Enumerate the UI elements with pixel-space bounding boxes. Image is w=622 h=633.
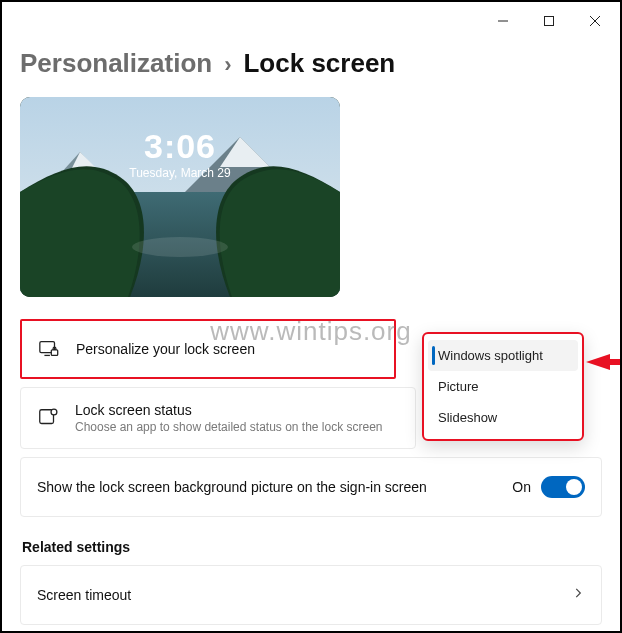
- signin-title: Show the lock screen background picture …: [37, 479, 427, 495]
- preview-time: 3:06: [20, 127, 340, 166]
- lockscreen-preview: 3:06 Tuesday, March 29: [20, 97, 340, 297]
- svg-marker-16: [586, 354, 622, 370]
- svg-rect-13: [51, 350, 57, 356]
- svg-point-10: [132, 237, 228, 257]
- status-title: Lock screen status: [75, 402, 383, 418]
- screen-timeout-row[interactable]: Screen timeout: [20, 565, 602, 625]
- status-subtitle: Choose an app to show detailed status on…: [75, 420, 383, 434]
- chevron-right-icon: [571, 586, 585, 604]
- signin-background-row: Show the lock screen background picture …: [20, 457, 602, 517]
- annotation-arrow-icon: [586, 352, 622, 380]
- close-button[interactable]: [572, 3, 618, 39]
- personalize-dropdown: Windows spotlight Picture Slideshow: [422, 332, 584, 441]
- lockscreen-status-row[interactable]: Lock screen status Choose an app to show…: [20, 387, 416, 449]
- minimize-button[interactable]: [480, 3, 526, 39]
- dropdown-option-picture[interactable]: Picture: [428, 371, 578, 402]
- toggle-state-label: On: [512, 479, 531, 495]
- breadcrumb: Personalization › Lock screen: [20, 48, 602, 79]
- screen-timeout-label: Screen timeout: [37, 587, 131, 603]
- svg-point-15: [51, 409, 57, 415]
- maximize-button[interactable]: [526, 3, 572, 39]
- personalize-lockscreen-row[interactable]: Personalize your lock screen: [20, 319, 396, 379]
- preview-date: Tuesday, March 29: [20, 166, 340, 180]
- dropdown-option-slideshow[interactable]: Slideshow: [428, 402, 578, 433]
- window-titlebar: [2, 2, 620, 40]
- related-settings-heading: Related settings: [22, 539, 602, 555]
- status-app-icon: [37, 407, 59, 429]
- monitor-lock-icon: [38, 338, 60, 360]
- breadcrumb-parent[interactable]: Personalization: [20, 48, 212, 79]
- svg-rect-1: [545, 17, 554, 26]
- dropdown-option-spotlight[interactable]: Windows spotlight: [428, 340, 578, 371]
- personalize-title: Personalize your lock screen: [76, 341, 255, 357]
- chevron-right-icon: ›: [224, 52, 231, 78]
- page-title: Lock screen: [243, 48, 395, 79]
- signin-toggle[interactable]: [541, 476, 585, 498]
